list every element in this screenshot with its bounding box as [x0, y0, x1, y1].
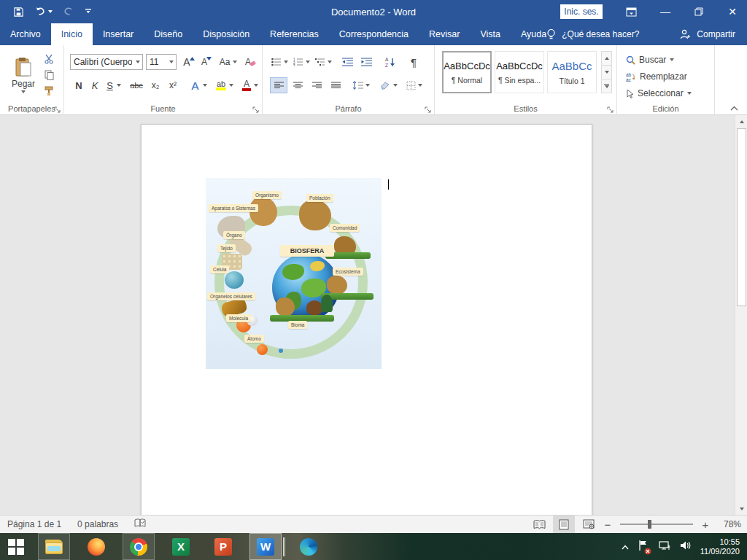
- scroll-up-button[interactable]: [735, 115, 747, 128]
- align-right-button[interactable]: [308, 77, 325, 93]
- collapse-ribbon-button[interactable]: [727, 102, 741, 114]
- copy-button[interactable]: [41, 69, 57, 82]
- sort-button[interactable]: AZ: [381, 54, 400, 70]
- shrink-font-button[interactable]: A: [198, 54, 214, 70]
- scrollbar-thumb[interactable]: [737, 128, 746, 306]
- restore-button[interactable]: [684, 0, 713, 23]
- cell-celula: [225, 271, 244, 289]
- cut-button[interactable]: [41, 52, 57, 66]
- font-size-dropdown-icon[interactable]: [166, 61, 176, 63]
- undo-button[interactable]: [34, 7, 53, 17]
- clear-formatting-button[interactable]: A: [242, 54, 258, 70]
- line-spacing-button[interactable]: [350, 77, 372, 93]
- taskbar-firefox[interactable]: [80, 533, 112, 560]
- taskbar-edge[interactable]: [293, 533, 325, 560]
- read-mode-button[interactable]: [528, 516, 550, 533]
- taskbar-clock[interactable]: 10:55 11/09/2020: [700, 537, 740, 556]
- biosfera-diagram-image[interactable]: BIOSFERA Organismo Población Aparatos o …: [206, 178, 382, 369]
- taskbar-word-active[interactable]: W: [249, 533, 282, 560]
- strikethrough-button[interactable]: abc: [127, 77, 146, 93]
- document-area[interactable]: BIOSFERA Organismo Población Aparatos o …: [0, 115, 747, 515]
- italic-button[interactable]: K: [88, 77, 102, 93]
- tab-disposicion[interactable]: Disposición: [193, 23, 260, 45]
- select-button[interactable]: Seleccionar: [626, 86, 692, 101]
- zoom-out-button[interactable]: −: [603, 518, 613, 531]
- align-left-button[interactable]: [270, 77, 287, 93]
- shading-button[interactable]: [376, 77, 400, 93]
- volume-icon[interactable]: [680, 540, 692, 553]
- zoom-slider-thumb[interactable]: [648, 520, 651, 529]
- minimize-button[interactable]: —: [651, 0, 680, 23]
- fuente-dialog-launcher[interactable]: [252, 106, 260, 113]
- font-size-combo[interactable]: 11: [146, 54, 177, 70]
- taskbar-excel[interactable]: X: [165, 533, 197, 560]
- subscript-button[interactable]: x₂: [147, 77, 163, 93]
- numbering-button[interactable]: 123: [292, 54, 311, 70]
- save-icon[interactable]: [13, 7, 24, 18]
- network-icon[interactable]: [658, 540, 671, 553]
- tab-vista[interactable]: Vista: [470, 23, 511, 45]
- document-page[interactable]: BIOSFERA Organismo Población Aparatos o …: [141, 124, 592, 515]
- find-button[interactable]: Buscar: [626, 52, 674, 67]
- increase-indent-button[interactable]: [357, 54, 375, 70]
- portapapeles-dialog-launcher[interactable]: [54, 106, 61, 113]
- print-layout-button[interactable]: [553, 516, 575, 533]
- tab-referencias[interactable]: Referencias: [260, 23, 329, 45]
- customize-qat-button[interactable]: [85, 8, 92, 15]
- style-sin-espaciado[interactable]: AaBbCcDc ¶ Sin espa...: [495, 51, 544, 93]
- styles-scroll-down-button[interactable]: [602, 66, 611, 79]
- start-button[interactable]: [0, 533, 32, 560]
- tab-correspondencia[interactable]: Correspondencia: [329, 23, 419, 45]
- align-center-button[interactable]: [289, 77, 306, 93]
- zoom-slider[interactable]: [620, 524, 693, 525]
- tab-inicio[interactable]: Inicio: [51, 23, 93, 45]
- paste-button[interactable]: Pegar: [7, 51, 39, 99]
- replace-button[interactable]: abac Reemplazar: [626, 69, 687, 84]
- multilevel-list-button[interactable]: [314, 54, 333, 70]
- estilos-dialog-launcher[interactable]: [607, 106, 614, 113]
- justify-button[interactable]: [327, 77, 344, 93]
- zoom-in-button[interactable]: +: [700, 518, 711, 531]
- taskbar-powerpoint[interactable]: P: [207, 533, 239, 560]
- decrease-indent-button[interactable]: [338, 54, 356, 70]
- zoom-percentage[interactable]: 78%: [713, 519, 741, 529]
- tab-diseno[interactable]: Diseño: [144, 23, 193, 45]
- superscript-button[interactable]: x²: [165, 77, 181, 93]
- tab-revisar[interactable]: Revisar: [419, 23, 470, 45]
- web-layout-button[interactable]: [578, 516, 600, 533]
- tell-me-box[interactable]: ¿Qué desea hacer?: [546, 28, 639, 40]
- bullets-button[interactable]: [270, 54, 289, 70]
- close-button[interactable]: ✕: [718, 0, 747, 23]
- tab-insertar[interactable]: Insertar: [93, 23, 144, 45]
- bold-button[interactable]: N: [71, 77, 86, 93]
- text-effects-button[interactable]: A: [188, 77, 210, 93]
- style-titulo-1[interactable]: AaBbCc Título 1: [547, 51, 597, 93]
- show-marks-button[interactable]: ¶: [406, 54, 422, 70]
- word-count[interactable]: 0 palabras: [77, 519, 118, 529]
- text-highlight-button[interactable]: ab: [213, 77, 236, 93]
- tab-archivo[interactable]: Archivo: [0, 23, 51, 45]
- security-flag-icon[interactable]: [638, 540, 649, 553]
- font-name-dropdown-icon[interactable]: [132, 61, 142, 63]
- sign-in-button[interactable]: Inic. ses.: [560, 4, 603, 19]
- taskbar-file-explorer[interactable]: [38, 533, 70, 560]
- font-color-button[interactable]: A: [239, 77, 261, 93]
- share-button[interactable]: Compartir: [680, 29, 735, 39]
- change-case-button[interactable]: Aa: [217, 54, 239, 70]
- borders-button[interactable]: [403, 77, 426, 93]
- grow-font-button[interactable]: A: [181, 54, 197, 70]
- format-painter-button[interactable]: [41, 85, 57, 98]
- vertical-scrollbar[interactable]: [735, 115, 747, 515]
- proofing-icon[interactable]: [134, 518, 146, 530]
- style-normal[interactable]: AaBbCcDc ¶ Normal: [442, 51, 492, 93]
- taskbar-chrome[interactable]: [123, 533, 155, 560]
- scroll-down-button[interactable]: [735, 502, 747, 515]
- styles-scroll-up-button[interactable]: [602, 52, 611, 66]
- parrafo-dialog-launcher[interactable]: [425, 106, 432, 113]
- underline-button[interactable]: S: [104, 77, 124, 93]
- ribbon-display-options-button[interactable]: [616, 0, 646, 23]
- tray-chevron-icon[interactable]: [622, 542, 629, 552]
- page-indicator[interactable]: Página 1 de 1: [7, 519, 61, 529]
- styles-gallery-more-button[interactable]: [602, 79, 611, 93]
- font-name-combo[interactable]: Calibri (Cuerpo: [70, 54, 143, 70]
